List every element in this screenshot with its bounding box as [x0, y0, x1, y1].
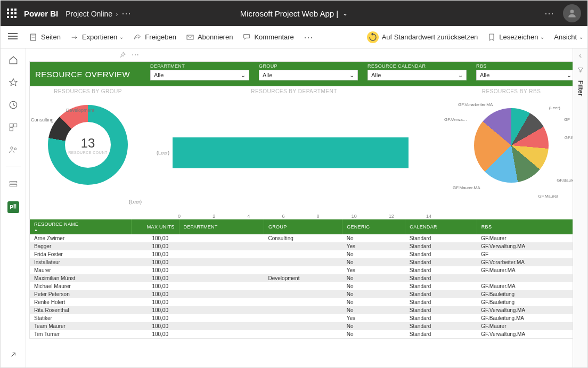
filter-rbs-select[interactable]: Alle⌄ [476, 70, 575, 80]
cell: Standard [405, 322, 477, 330]
cell [264, 242, 342, 250]
cell: Standard [405, 242, 477, 250]
filter-value: Alle [371, 72, 381, 78]
pages-label: Seiten [41, 33, 61, 41]
brand-label: Power BI [24, 9, 58, 18]
subscribe-button[interactable]: Abonnieren [186, 33, 233, 42]
home-icon[interactable] [8, 55, 19, 66]
chart-title: RESOURCES BY DEPARTMENT [146, 86, 442, 94]
filter-department-select[interactable]: Alle⌄ [150, 70, 249, 80]
export-button[interactable]: Exportieren ⌄ [70, 33, 124, 42]
workspaces-icon[interactable] [8, 179, 19, 190]
breadcrumb-more-icon[interactable]: ⋯ [121, 8, 132, 19]
table-row[interactable]: Arne Zwirner100,00ConsultingNoStandardGF… [30, 234, 581, 242]
cell: Standard [405, 250, 477, 258]
cell: GF.Verwaltung.MA [477, 306, 580, 314]
bookmarks-button[interactable]: Lesezeichen ⌄ [487, 33, 544, 42]
apps-icon[interactable] [8, 122, 19, 133]
export-label: Exportieren [82, 33, 117, 41]
cell: 100,00 [131, 250, 179, 258]
svg-rect-4 [187, 35, 193, 39]
cell: Standard [405, 314, 477, 322]
cell [179, 290, 264, 298]
bookmarks-label: Lesezeichen [499, 33, 538, 41]
bar-category: (Leer) [151, 150, 173, 156]
cell: 100,00 [131, 242, 179, 250]
chart-title: RESOURCES BY RBS [442, 86, 581, 94]
table-row[interactable]: Statiker100,00YesStandardGF.Bauleitung.M… [30, 314, 581, 322]
cell: Standard [405, 258, 477, 266]
table-row[interactable]: Maurer100,00YesStandardGF.Maurer.MA [30, 266, 581, 274]
filter-calendar-select[interactable]: Alle⌄ [368, 70, 467, 80]
cell: Renke Holert [30, 298, 131, 306]
cell: Standard [405, 274, 477, 282]
chart-resources-by-department[interactable]: RESOURCES BY DEPARTMENT (Leer) 0 2 4 6 8 [146, 86, 442, 219]
cell: No [342, 234, 405, 242]
cell: Bagger [30, 242, 131, 250]
table-row[interactable]: Peter Peterson100,00NoStandardGF.Bauleit… [30, 290, 581, 298]
share-button[interactable]: Freigeben [133, 33, 176, 42]
recent-icon[interactable] [8, 100, 19, 110]
cell: 100,00 [131, 322, 179, 330]
table-row[interactable]: Frida Foster100,00NoStandardGF [30, 250, 581, 258]
divider [6, 167, 21, 167]
reset-button[interactable]: Auf Standardwert zurücksetzen [367, 31, 478, 43]
table-row[interactable]: Tim Turner100,00NoStandardGF.Verwaltung.… [30, 330, 581, 338]
pages-button[interactable]: Seiten [29, 33, 61, 42]
tick: 14 [426, 214, 431, 219]
expand-icon[interactable] [8, 349, 19, 360]
pin-icon[interactable] [119, 51, 126, 59]
cell: Standard [405, 298, 477, 306]
canvas: ⋯ RESOURCE OVERVIEW DEPARTMENT Alle⌄ GRO… [26, 48, 587, 368]
visual-more-icon[interactable]: ⋯ [132, 51, 140, 59]
table-row[interactable]: Renke Holert100,00NoStandardGF.Bauleitun… [30, 298, 581, 306]
chevron-down-icon: ⌄ [579, 34, 583, 40]
cell: Standard [405, 234, 477, 242]
view-button[interactable]: Ansicht ⌄ [554, 33, 583, 41]
cell: Yes [342, 242, 405, 250]
filter-group-select[interactable]: Alle⌄ [259, 70, 358, 80]
slice-label: GF.Vorarbeiter.MA [458, 102, 493, 107]
chart-resources-by-group[interactable]: RESOURCES BY GROUP 13 RESOURCE COUNT Dev… [30, 86, 146, 219]
cell [477, 274, 580, 282]
cell: GF [477, 250, 580, 258]
page-title[interactable]: Microsoft Project Web App | ⌄ [240, 9, 348, 18]
filter-pane[interactable]: Filter [573, 48, 587, 368]
top-bar: Power BI Project Online › ⋯ Microsoft Pr… [1, 1, 587, 26]
export-icon [70, 33, 79, 42]
col-header[interactable]: RESOURCE NAME▲ [30, 219, 131, 234]
filter-label: DEPARTMENT [150, 63, 249, 69]
app-launcher-icon[interactable] [7, 9, 17, 18]
overflow-menu-icon[interactable]: ⋯ [544, 7, 554, 19]
svg-point-0 [570, 10, 574, 13]
menu-toggle-icon[interactable] [8, 31, 18, 41]
mail-icon [186, 33, 194, 42]
toolbar-more-icon[interactable]: ⋯ [304, 31, 314, 43]
project-app-icon[interactable]: P≣ [7, 201, 19, 213]
table-body: Arne Zwirner100,00ConsultingNoStandardGF… [30, 234, 581, 338]
cell: Standard [405, 282, 477, 290]
shared-icon[interactable] [8, 144, 19, 155]
chart-resources-by-rbs[interactable]: RESOURCES BY RBS GF.Vorarbeiter.MA GF.Ve… [442, 86, 581, 219]
table-row[interactable]: Team Maurer100,00NoStandardGF.Maurer [30, 322, 581, 330]
svg-rect-7 [13, 124, 17, 127]
avatar[interactable] [563, 4, 581, 22]
table-row[interactable]: Maximilian Münst100,00DevelopmentNoStand… [30, 274, 581, 282]
table-row[interactable]: Michael Maurer100,00NoStandardGF.Maurer.… [30, 282, 581, 290]
chevron-left-icon[interactable] [577, 53, 584, 59]
col-header[interactable]: RBS [477, 219, 580, 234]
table-row[interactable]: Installateur100,00NoStandardGF.Vorarbeit… [30, 258, 581, 266]
table-row[interactable]: Bagger100,00YesStandardGF.Verwaltung.MA [30, 242, 581, 250]
filter-label: RESOURCE CALENDAR [368, 63, 467, 69]
cell: Yes [342, 314, 405, 322]
chevron-right-icon: › [116, 10, 118, 18]
resource-table[interactable]: RESOURCE NAME▲MAX UNITSDEPARTMENTGROUPGE… [30, 219, 581, 338]
comments-button[interactable]: Kommentare [242, 33, 293, 42]
table-row[interactable]: Rita Rosenthal100,00NoStandardGF.Verwalt… [30, 306, 581, 314]
favorites-icon[interactable] [8, 77, 19, 88]
cell: Standard [405, 330, 477, 338]
slice-label: GF [564, 117, 570, 122]
breadcrumb[interactable]: Project Online › ⋯ [66, 7, 131, 19]
cell [179, 282, 264, 290]
cell: No [342, 282, 405, 290]
